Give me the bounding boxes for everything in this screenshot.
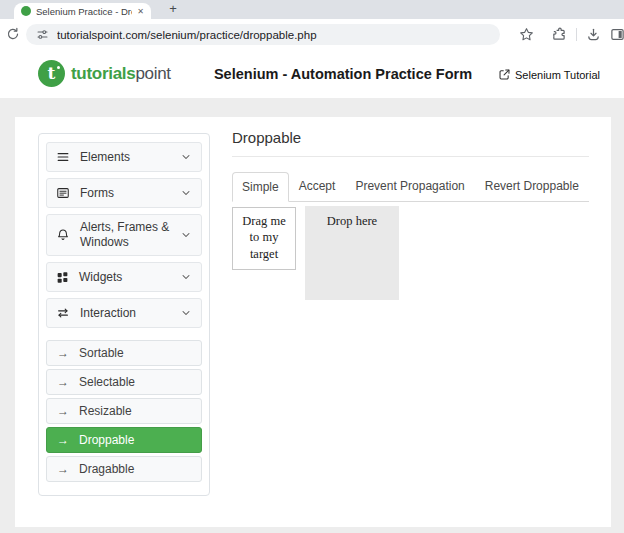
tab-strip: Selenium Practice - Droppabl ✕ +: [0, 0, 624, 19]
sidebar-item-droppable[interactable]: → Droppable: [46, 427, 202, 453]
sidebar-item-elements[interactable]: Elements: [46, 142, 202, 172]
sidebar-item-alerts-frames-windows[interactable]: Alerts, Frames & Windows: [46, 214, 202, 256]
chevron-down-icon: [180, 187, 192, 199]
site-favicon: [21, 6, 31, 16]
tab-accept[interactable]: Accept: [289, 172, 346, 201]
logo-icon: t: [38, 60, 65, 87]
tab-prevent-propagation[interactable]: Prevent Propagation: [345, 172, 474, 201]
browser-toolbar: tutorialspoint.com/selenium/practice/dro…: [0, 19, 624, 50]
tutorialspoint-logo[interactable]: t tutorialspoint: [38, 60, 171, 87]
site-header: t tutorialspoint Selenium - Automation P…: [0, 50, 624, 98]
chevron-down-icon: [180, 151, 192, 163]
arrow-right-icon: →: [57, 433, 69, 447]
external-link-icon: [498, 68, 511, 81]
page-title: Selenium - Automation Practice Form: [213, 66, 473, 82]
url-text: tutorialspoint.com/selenium/practice/dro…: [57, 29, 317, 41]
browser-window: Selenium Practice - Droppabl ✕ + tutoria…: [0, 0, 624, 50]
site-settings-icon[interactable]: [36, 28, 49, 41]
sidebar-item-widgets[interactable]: Widgets: [46, 262, 202, 292]
download-icon[interactable]: [586, 27, 601, 42]
sidebar-item-sortable[interactable]: → Sortable: [46, 340, 202, 366]
sidebar-item-interaction[interactable]: Interaction: [46, 298, 202, 328]
demo-tabs: Simple Accept Prevent Propagation Revert…: [232, 172, 589, 202]
new-tab-button[interactable]: +: [165, 1, 181, 17]
address-bar[interactable]: tutorialspoint.com/selenium/practice/dro…: [26, 24, 500, 45]
selenium-tutorial-link[interactable]: Selenium Tutorial: [498, 68, 600, 81]
logo-wordmark: tutorialspoint: [71, 64, 171, 84]
bell-icon: [56, 228, 70, 242]
sidebar-item-forms[interactable]: Forms: [46, 178, 202, 208]
bookmark-star-icon[interactable]: [519, 27, 534, 42]
toolbar-divider: [576, 28, 577, 41]
sidebar-item-dragabble[interactable]: → Dragabble: [46, 456, 202, 482]
tab-revert-droppable[interactable]: Revert Droppable: [475, 172, 589, 201]
sidebar-item-resizable[interactable]: → Resizable: [46, 398, 202, 424]
arrow-right-icon: →: [57, 375, 69, 389]
grid-icon: [56, 271, 69, 284]
sidebar-item-selectable[interactable]: → Selectable: [46, 369, 202, 395]
drag-source[interactable]: Drag me to my target: [232, 207, 296, 270]
chevron-down-icon: [180, 271, 192, 283]
main-panel: Droppable Simple Accept Prevent Propagat…: [232, 129, 589, 300]
droppable-playground: Drag me to my target Drop here: [232, 207, 589, 300]
tutorial-link-label: Selenium Tutorial: [515, 69, 600, 81]
side-panel-icon[interactable]: [610, 27, 624, 42]
tab-close-icon[interactable]: ✕: [137, 7, 144, 16]
tab-simple[interactable]: Simple: [232, 172, 289, 202]
interaction-submenu: → Sortable → Selectable → Resizable → Dr…: [46, 340, 202, 482]
drop-target[interactable]: Drop here: [305, 206, 399, 300]
hamburger-icon: [56, 150, 70, 164]
reload-icon[interactable]: [6, 27, 20, 41]
extensions-icon[interactable]: [551, 27, 566, 42]
arrow-right-icon: →: [57, 346, 69, 360]
form-icon: [56, 186, 70, 200]
divider: [232, 156, 589, 157]
browser-tab[interactable]: Selenium Practice - Droppabl ✕: [14, 3, 151, 19]
content-card: Elements Forms: [15, 117, 611, 527]
swap-arrows-icon: [56, 306, 70, 320]
sidebar-accordion: Elements Forms: [38, 133, 210, 496]
chevron-down-icon: [180, 307, 192, 319]
tab-title: Selenium Practice - Droppabl: [36, 6, 132, 17]
chevron-down-icon: [180, 229, 192, 241]
arrow-right-icon: →: [57, 404, 69, 418]
arrow-right-icon: →: [57, 462, 69, 476]
section-title: Droppable: [232, 129, 589, 146]
